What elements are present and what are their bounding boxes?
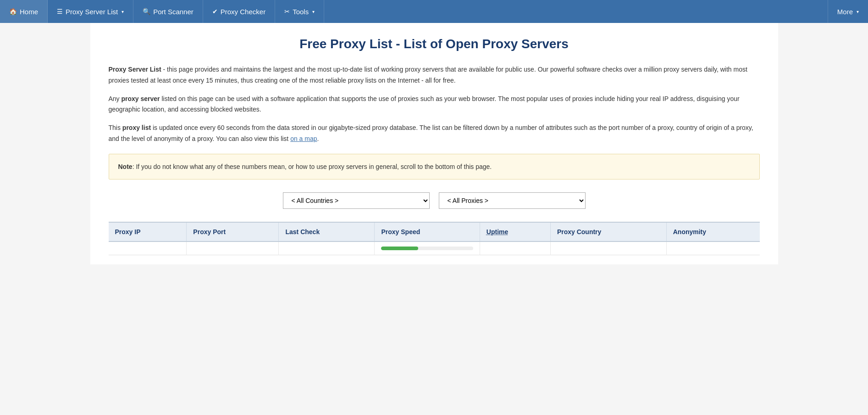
cell-proxy-speed [375,241,480,255]
nav-home[interactable]: 🏠 Home [0,0,48,23]
desc3-bold: proxy list [122,124,151,131]
nav-proxy-server-list[interactable]: ☰ Proxy Server List ▾ [48,0,133,23]
nav-proxy-checker[interactable]: ✔ Proxy Checker [203,0,275,23]
page-title: Free Proxy List - List of Open Proxy Ser… [109,37,760,51]
cell-proxy-ip [109,241,187,255]
nav-port-scanner-label: Port Scanner [153,8,194,16]
th-uptime: Uptime [480,222,550,241]
cell-last-check [279,241,375,255]
navigation: 🏠 Home ☰ Proxy Server List ▾ 🔍 Port Scan… [0,0,868,23]
nav-more-label: More [837,8,853,16]
note-bold: Note [118,163,133,170]
nav-port-scanner[interactable]: 🔍 Port Scanner [133,0,203,23]
nav-tools-label: Tools [293,8,309,16]
th-proxy-country: Proxy Country [550,222,666,241]
nav-tools[interactable]: ✂ Tools ▾ [275,0,324,23]
desc2-rest: listed on this page can be used with a s… [109,95,740,113]
check-icon: ✔ [212,8,218,15]
th-proxy-port: Proxy Port [187,222,279,241]
description-3: This proxy list is updated once every 60… [109,123,760,145]
note-box: Note: If you do not know what any of the… [109,154,760,179]
desc3-end: . [317,135,319,142]
desc1-bold: Proxy Server List [109,66,161,73]
main-content: Free Proxy List - List of Open Proxy Ser… [90,23,778,264]
home-icon: 🏠 [9,8,17,15]
speed-bar-container [381,247,473,250]
desc2-bold: proxy server [122,95,160,102]
table-header-row: Proxy IP Proxy Port Last Check Proxy Spe… [109,222,760,241]
list-icon: ☰ [57,8,63,15]
th-proxy-speed: Proxy Speed [375,222,480,241]
tools-icon: ✂ [284,8,290,15]
speed-bar [381,247,418,250]
desc3-rest: is updated once every 60 seconds from th… [109,124,753,142]
cell-uptime [480,241,550,255]
cell-proxy-port [187,241,279,255]
proxy-table: Proxy IP Proxy Port Last Check Proxy Spe… [109,222,760,255]
nav-proxy-server-list-label: Proxy Server List [66,8,118,16]
desc3-pre: This [109,124,122,131]
desc2-pre: Any [109,95,122,102]
on-a-map-link[interactable]: on a map [290,135,317,142]
description-1: Proxy Server List - this page provides a… [109,64,760,86]
cell-proxy-country [550,241,666,255]
th-anonymity: Anonymity [666,222,759,241]
nav-proxy-checker-label: Proxy Checker [221,8,265,16]
desc1-rest: - this page provides and maintains the l… [109,66,747,84]
th-proxy-ip: Proxy IP [109,222,187,241]
country-filter[interactable]: < All Countries > United States Germany … [283,192,430,209]
filters: < All Countries > United States Germany … [109,192,760,209]
nav-more[interactable]: More ▾ [828,0,868,23]
tools-caret: ▾ [312,9,315,14]
search-icon: 🔍 [143,8,150,15]
more-caret: ▾ [857,9,859,14]
cell-anonymity [666,241,759,255]
proxy-server-list-caret: ▾ [122,9,124,14]
note-rest: : If you do not know what any of these n… [133,163,492,170]
proxy-type-filter[interactable]: < All Proxies > HTTP HTTPS SOCKS4 SOCKS5 [439,192,586,209]
nav-home-label: Home [20,8,38,16]
th-last-check: Last Check [279,222,375,241]
table-row [109,241,760,255]
description-2: Any proxy server listed on this page can… [109,94,760,116]
